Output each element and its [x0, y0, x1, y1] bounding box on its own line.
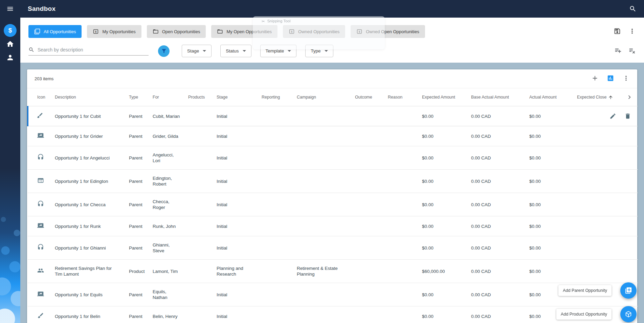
edit-row-button[interactable] — [609, 113, 616, 120]
table-row[interactable]: Opportunity 1 for GhianniParentGhianni, … — [28, 236, 638, 260]
table-row[interactable]: Opportunity 1 for CheccaParentChecca, Ro… — [28, 193, 638, 216]
cell-icon — [28, 236, 55, 260]
sidebar-item-account[interactable] — [0, 51, 20, 64]
cell-outcome — [355, 126, 388, 146]
card-menu-button[interactable] — [622, 74, 630, 83]
cell-expected-amount: $0.00 — [422, 236, 471, 260]
search-input[interactable] — [38, 47, 149, 52]
cell-type: Parent — [129, 126, 153, 146]
table-row[interactable]: Opportunity 1 for GriderParentGrider, Gi… — [28, 126, 638, 146]
column-header-base-actual-amount[interactable]: Base Actual Amount — [471, 88, 529, 106]
column-header-expected-amount[interactable]: Expected Amount — [422, 88, 471, 106]
list-clear-button[interactable] — [628, 47, 636, 55]
filter-dropdown-status[interactable]: Status — [220, 45, 251, 57]
cell-outcome — [355, 146, 388, 170]
column-header-campaign[interactable]: Campaign — [297, 88, 355, 106]
dollar-icon: $ — [4, 24, 17, 37]
menu-icon — [6, 5, 14, 13]
table-row[interactable]: Opportunity 1 for AngelucciParentAngeluc… — [28, 146, 638, 170]
cell-campaign — [297, 216, 355, 236]
column-header-actual-amount[interactable]: Actual Amount — [529, 88, 577, 106]
column-header-outcome[interactable]: Outcome — [355, 88, 388, 106]
web-icon — [37, 177, 44, 184]
cell-description: Opportunity 1 for Cubit — [55, 106, 129, 126]
cell-stage: Initial — [217, 146, 262, 170]
column-label: Description — [55, 94, 76, 100]
sidebar-item-home[interactable] — [0, 37, 20, 51]
delete-row-button[interactable] — [624, 113, 631, 120]
cell-type: Parent — [129, 146, 153, 170]
global-search-button[interactable] — [629, 5, 637, 13]
filter-button[interactable] — [158, 45, 170, 57]
cell-actual-amount: $0.00 — [529, 126, 577, 146]
chart-view-button[interactable] — [607, 74, 614, 83]
cell-base-actual-amount: 0.00 CAD — [471, 260, 529, 283]
cell-base-actual-amount: 0.00 CAD — [471, 306, 529, 323]
cell-reason — [388, 193, 422, 216]
cell-products — [188, 236, 217, 260]
add-product-tooltip: Add Product Opportunity — [556, 309, 612, 320]
column-header-reporting[interactable]: Reporting — [262, 88, 297, 106]
cell-expected-amount: $0.00 — [422, 106, 471, 126]
column-header-stage[interactable]: Stage — [217, 88, 262, 106]
cell-reporting — [262, 170, 297, 193]
cell-actual-amount: $0.00 — [529, 236, 577, 260]
filter-dropdown-stage[interactable]: Stage — [182, 45, 212, 57]
column-header-expected-close[interactable]: Expected Close — [577, 88, 638, 106]
cell-outcome — [355, 106, 388, 126]
sidebar: $ — [0, 0, 20, 323]
cell-products — [188, 193, 217, 216]
cell-actual-amount: $0.00 — [529, 146, 577, 170]
cell-for: Equils, Nathan — [153, 283, 188, 306]
tab-all-opportunities[interactable]: All Opportunities — [28, 25, 82, 38]
list-add-button[interactable] — [614, 47, 622, 55]
cell-description: Opportunity 1 for Equils — [55, 283, 129, 306]
column-label: Icon — [37, 94, 45, 100]
column-header-description[interactable]: Description — [55, 88, 129, 106]
cell-reason — [388, 146, 422, 170]
cell-expected-close — [577, 193, 638, 216]
filter-actions — [614, 47, 636, 55]
table-row[interactable]: Opportunity 1 for EdingtonParentEdington… — [28, 170, 638, 193]
table-row[interactable]: Opportunity 1 for CubitParentCubit, Mari… — [28, 106, 638, 126]
tab-my-opportunities[interactable]: $My Opportunities — [87, 25, 141, 38]
cell-outcome — [355, 283, 388, 306]
more-vert-icon — [622, 74, 630, 82]
cell-expected-close — [577, 216, 638, 236]
cell-stage: Initial — [217, 106, 262, 126]
search-icon — [28, 47, 35, 53]
column-header-products[interactable]: Products — [188, 88, 217, 106]
column-header-icon[interactable]: Icon — [28, 88, 55, 106]
cell-icon — [28, 126, 55, 146]
tab-open-opportunities[interactable]: Open Opportunities — [147, 25, 206, 38]
cell-for: Grider, Gilda — [153, 126, 188, 146]
cell-for: Ghianni, Steve — [153, 236, 188, 260]
add-parent-opportunity-fab[interactable] — [620, 282, 637, 299]
cell-type: Parent — [129, 216, 153, 236]
cell-type: Parent — [129, 306, 153, 323]
add-product-opportunity-fab[interactable] — [620, 306, 637, 322]
menu-button[interactable] — [0, 0, 20, 18]
cell-expected-close — [577, 170, 638, 193]
table-row[interactable]: Opportunity 1 for RunkParentRunk, JohnIn… — [28, 216, 638, 236]
add-parent-icon — [625, 287, 632, 294]
column-header-for[interactable]: For — [153, 88, 188, 106]
scroll-right-icon[interactable] — [626, 93, 633, 101]
folder-icon — [217, 28, 223, 35]
table-row[interactable]: Retirement Savings Plan for Tim LamontPr… — [28, 260, 638, 283]
cell-reason — [388, 170, 422, 193]
save-view-button[interactable] — [614, 27, 621, 36]
toolbar-menu-button[interactable] — [628, 27, 636, 36]
cell-actual-amount: $0.00 — [529, 260, 577, 283]
add-button[interactable] — [591, 74, 599, 83]
cell-expected-close — [577, 126, 638, 146]
table-row[interactable]: Opportunity 1 for EquilsParentEquils, Na… — [28, 283, 638, 306]
column-header-reason[interactable]: Reason — [388, 88, 422, 106]
table-row[interactable]: Opportunity 1 for BelinParentBelin, Henr… — [28, 306, 638, 323]
cell-stage: Initial — [217, 170, 262, 193]
sidebar-item-opportunities[interactable]: $ — [0, 24, 20, 37]
cell-for: Checca, Roger — [153, 193, 188, 216]
cell-expected-amount: $0.00 — [422, 126, 471, 146]
cell-expected-amount: $0.00 — [422, 193, 471, 216]
column-header-type[interactable]: Type — [129, 88, 153, 106]
